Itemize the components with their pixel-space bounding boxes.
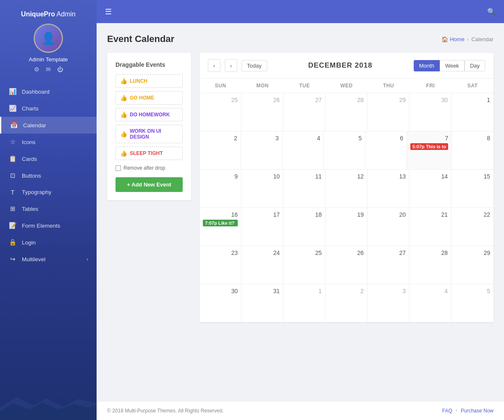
calendar-month-title: DECEMBER 2018 — [271, 61, 410, 70]
sidebar-header: UniquePro Admin 👤 Admin Template ⚙ ✉ ⏻ — [0, 0, 97, 81]
cal-cell-dec28[interactable]: 28 — [410, 246, 452, 284]
sidebar-item-dashboard[interactable]: 📊 Dashboard — [0, 83, 97, 100]
sidebar-item-cards[interactable]: 📋 Cards — [0, 150, 97, 167]
cal-cell-dec15[interactable]: 15 — [452, 170, 494, 207]
cal-cell-jan4[interactable]: 4 — [410, 284, 452, 322]
cal-cell-dec8[interactable]: 8 — [452, 131, 494, 169]
day-header-sun: SUN — [200, 79, 242, 93]
drag-event-homework[interactable]: 👍 DO HOMEWORK — [116, 108, 183, 121]
footer-purchase-link[interactable]: Purchase Now — [461, 408, 494, 414]
cal-cell-dec13[interactable]: 13 — [368, 170, 410, 207]
sidebar-item-login[interactable]: 🔒 Login — [0, 234, 97, 251]
cal-cell-jan2[interactable]: 2 — [326, 284, 368, 322]
buttons-icon: ⊡ — [8, 172, 17, 179]
cal-cell-dec3[interactable]: 3 — [241, 131, 283, 169]
mail-icon[interactable]: ✉ — [46, 66, 51, 73]
calendar-event-dec7[interactable]: 5:07p This is to — [410, 143, 448, 150]
cal-cell-jan1[interactable]: 1 — [284, 284, 326, 322]
calendar-layout: Draggable Events 👍 LUNCH 👍 GO HOME 👍 DO … — [107, 53, 494, 322]
multilevel-icon: ↪ — [8, 255, 17, 263]
cal-cell-dec9[interactable]: 9 — [200, 170, 242, 207]
sidebar-item-typography[interactable]: T Typography — [0, 184, 97, 200]
cal-cell-dec6[interactable]: 6 — [365, 131, 407, 169]
brand-name: UniquePro Admin — [0, 6, 97, 20]
drag-event-uidesign[interactable]: 👍 WORK ON UI DESIGN — [116, 125, 183, 143]
prev-month-button[interactable]: ‹ — [208, 59, 220, 72]
calendar-day-headers: SUN MON TUE WED THU FRI SAT — [200, 79, 494, 93]
cal-cell-nov29[interactable]: 29 — [368, 93, 410, 131]
settings-icon[interactable]: ⚙ — [34, 66, 39, 73]
cal-cell-dec27[interactable]: 27 — [368, 246, 410, 284]
calendar-week-5: 23 24 25 26 27 28 29 — [200, 246, 494, 284]
power-icon[interactable]: ⏻ — [57, 66, 63, 73]
calendar-week-2: 2 3 4 5 6 7 5:07p This is to 8 — [200, 131, 494, 170]
avatar: 👤 — [34, 24, 63, 53]
cal-cell-dec26[interactable]: 26 — [326, 246, 368, 284]
today-button[interactable]: Today — [242, 60, 267, 71]
cal-cell-dec5[interactable]: 5 — [324, 131, 365, 169]
sidebar-item-tables[interactable]: ⊞ Tables — [0, 200, 97, 217]
cal-cell-dec1[interactable]: 1 — [452, 93, 494, 131]
hamburger-icon[interactable]: ☰ — [105, 7, 112, 16]
cal-cell-nov25[interactable]: 25 — [200, 93, 242, 131]
cal-cell-dec17[interactable]: 17 — [242, 208, 284, 246]
cal-cell-dec14[interactable]: 14 — [410, 170, 452, 207]
sidebar-item-multilevel[interactable]: ↪ Multilevel › — [0, 251, 97, 268]
sidebar-item-form-elements[interactable]: 📝 Form Elements — [0, 217, 97, 234]
cal-cell-dec30[interactable]: 30 — [200, 284, 242, 322]
cal-cell-dec10[interactable]: 10 — [242, 170, 284, 207]
cal-cell-dec21[interactable]: 21 — [410, 208, 452, 246]
cal-cell-dec11[interactable]: 11 — [284, 170, 326, 207]
drag-event-sleep[interactable]: 👍 SLEEP TIGHT — [116, 147, 183, 160]
search-icon[interactable]: 🔍 — [487, 8, 496, 16]
sidebar-item-calendar[interactable]: 📅 Calendar — [0, 117, 97, 134]
day-view-button[interactable]: Day — [465, 60, 485, 71]
cal-cell-dec12[interactable]: 12 — [326, 170, 368, 207]
calendar-week-6: 30 31 1 2 3 4 5 — [200, 284, 494, 322]
cal-cell-dec2[interactable]: 2 — [200, 131, 241, 169]
footer-copyright: © 2018 Multi-Purpose Themes. All Rights … — [107, 408, 223, 414]
footer-faq-link[interactable]: FAQ — [442, 408, 452, 414]
cards-icon: 📋 — [8, 155, 17, 163]
calendar-container: ‹ › Today DECEMBER 2018 Month Week Day — [200, 53, 494, 322]
sidebar-item-buttons[interactable]: ⊡ Buttons — [0, 167, 97, 184]
next-month-button[interactable]: › — [225, 59, 237, 72]
tables-icon: ⊞ — [8, 205, 17, 213]
cal-cell-dec20[interactable]: 20 — [368, 208, 410, 246]
multilevel-arrow-icon: › — [87, 257, 88, 262]
cal-cell-dec25[interactable]: 25 — [284, 246, 326, 284]
cal-cell-dec19[interactable]: 19 — [326, 208, 368, 246]
typography-icon: T — [8, 189, 17, 196]
cal-cell-dec7[interactable]: 7 5:07p This is to — [407, 131, 452, 169]
remove-checkbox[interactable] — [116, 165, 121, 171]
week-view-button[interactable]: Week — [440, 60, 465, 71]
cal-cell-dec29[interactable]: 29 — [452, 246, 494, 284]
cal-cell-jan5[interactable]: 5 — [452, 284, 494, 322]
cal-cell-jan3[interactable]: 3 — [368, 284, 410, 322]
drag-event-label-sleep: SLEEP TIGHT — [130, 150, 163, 156]
page-title: Event Calendar — [107, 34, 174, 45]
drag-event-label-uidesign: WORK ON UI DESIGN — [130, 128, 178, 140]
cal-cell-dec23[interactable]: 23 — [200, 246, 242, 284]
cal-cell-dec16[interactable]: 16 7:07p Like it? — [200, 208, 242, 246]
cal-cell-nov27[interactable]: 27 — [284, 93, 326, 131]
calendar-event-dec16[interactable]: 7:07p Like it? — [203, 220, 238, 226]
cal-cell-nov26[interactable]: 26 — [242, 93, 284, 131]
sidebar-item-charts[interactable]: 📈 Charts — [0, 100, 97, 117]
cal-cell-dec18[interactable]: 18 — [284, 208, 326, 246]
month-view-button[interactable]: Month — [414, 60, 440, 71]
day-header-thu: THU — [368, 79, 410, 93]
add-event-button[interactable]: + Add New Event — [116, 177, 183, 192]
cal-cell-dec24[interactable]: 24 — [242, 246, 284, 284]
drag-event-lunch[interactable]: 👍 LUNCH — [116, 74, 183, 88]
cal-cell-nov30[interactable]: 30 — [410, 93, 452, 131]
cal-cell-dec31[interactable]: 31 — [242, 284, 284, 322]
cal-cell-dec22[interactable]: 22 — [452, 208, 494, 246]
cal-cell-nov28[interactable]: 28 — [326, 93, 368, 131]
breadcrumb-home[interactable]: 🏠 Home — [441, 36, 465, 42]
sidebar-item-label: Cards — [22, 156, 37, 162]
drag-event-gohome[interactable]: 👍 GO HOME — [116, 91, 183, 105]
footer-dot: • — [456, 408, 457, 414]
cal-cell-dec4[interactable]: 4 — [283, 131, 324, 169]
sidebar-item-icons[interactable]: ☆ Icons — [0, 134, 97, 150]
